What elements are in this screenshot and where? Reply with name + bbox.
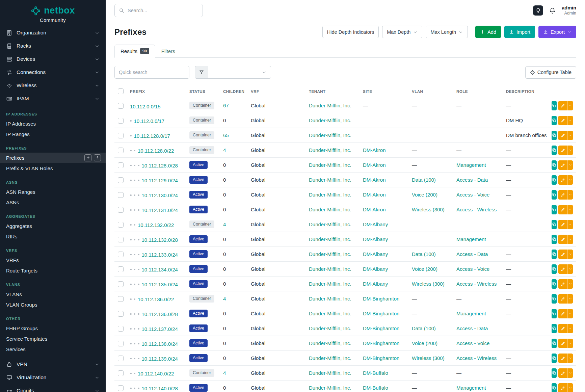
- copy-button[interactable]: [552, 235, 557, 244]
- prefix-link[interactable]: 10.112.128.0/22: [138, 148, 174, 154]
- row-checkbox[interactable]: [118, 222, 124, 228]
- prefix-link[interactable]: 10.112.138.0/24: [142, 341, 178, 347]
- prefix-link[interactable]: 10.112.0.0/15: [130, 104, 161, 109]
- children-link[interactable]: 4: [223, 147, 226, 153]
- prefix-link[interactable]: 10.112.132.0/22: [138, 222, 174, 228]
- sidebar-item-prefixes[interactable]: Prefixes: [0, 153, 106, 163]
- copy-button[interactable]: [552, 116, 557, 125]
- prefix-link[interactable]: 10.112.128.0/17: [134, 133, 170, 139]
- edit-button[interactable]: [558, 235, 567, 244]
- edit-dropdown-caret[interactable]: [567, 220, 573, 229]
- edit-button[interactable]: [558, 383, 567, 392]
- tenant-link[interactable]: Dunder-Mifflin, Inc.: [309, 117, 351, 123]
- role-link[interactable]: Management: [456, 311, 486, 316]
- row-checkbox[interactable]: [118, 311, 124, 317]
- row-checkbox[interactable]: [118, 281, 124, 287]
- site-link[interactable]: DM-Akron: [363, 192, 386, 198]
- site-link[interactable]: DM-Albany: [363, 221, 388, 227]
- edit-dropdown-caret[interactable]: [567, 339, 573, 348]
- prefix-link[interactable]: 10.112.131.0/24: [142, 207, 178, 213]
- edit-dropdown-caret[interactable]: [567, 175, 573, 185]
- role-link[interactable]: Access - Voice: [456, 266, 489, 272]
- quick-import-button[interactable]: [94, 154, 101, 161]
- row-checkbox[interactable]: [118, 103, 124, 109]
- copy-button[interactable]: [552, 383, 557, 392]
- tenant-link[interactable]: Dunder-Mifflin, Inc.: [309, 385, 351, 391]
- copy-button[interactable]: [552, 294, 557, 304]
- role-link[interactable]: Management: [456, 162, 486, 168]
- site-link[interactable]: DM-Binghamton: [363, 311, 399, 316]
- hide-depth-indicators-button[interactable]: Hide Depth Indicators: [322, 26, 379, 38]
- sidebar-item-vlans[interactable]: VLANs: [0, 289, 106, 299]
- edit-button[interactable]: [558, 205, 567, 214]
- row-checkbox[interactable]: [118, 162, 124, 168]
- tenant-link[interactable]: Dunder-Mifflin, Inc.: [309, 103, 351, 108]
- site-link[interactable]: DM-Binghamton: [363, 340, 399, 346]
- import-button[interactable]: Import: [504, 26, 535, 38]
- vlan-link[interactable]: Data (100): [412, 177, 436, 183]
- children-link[interactable]: 4: [223, 370, 226, 376]
- tenant-link[interactable]: Dunder-Mifflin, Inc.: [309, 221, 351, 227]
- sidebar-item-fhrp-groups[interactable]: FHRP Groups: [0, 323, 106, 334]
- prefix-link[interactable]: 10.112.135.0/24: [142, 282, 178, 287]
- children-link[interactable]: 4: [223, 221, 226, 227]
- tenant-link[interactable]: Dunder-Mifflin, Inc.: [309, 340, 351, 346]
- sidebar-item-asn-ranges[interactable]: ASN Ranges: [0, 187, 106, 197]
- column-header-tenant[interactable]: Tenant: [305, 85, 360, 98]
- prefix-link[interactable]: 10.112.136.0/22: [138, 296, 174, 302]
- edit-dropdown-caret[interactable]: [567, 101, 573, 110]
- quick-search-input[interactable]: [114, 66, 189, 79]
- sidebar-item-asns[interactable]: ASNs: [0, 197, 106, 208]
- prefix-link[interactable]: 10.112.128.0/28: [142, 163, 178, 168]
- site-link[interactable]: DM-Akron: [363, 147, 386, 153]
- sidebar-item-circuits[interactable]: Circuits: [0, 384, 106, 392]
- copy-button[interactable]: [552, 339, 557, 348]
- row-checkbox[interactable]: [118, 207, 124, 213]
- copy-button[interactable]: [552, 354, 557, 363]
- role-link[interactable]: Access - Wireless: [456, 355, 497, 361]
- tenant-link[interactable]: Dunder-Mifflin, Inc.: [309, 192, 351, 198]
- tab-filters[interactable]: Filters: [155, 45, 181, 58]
- row-checkbox[interactable]: [118, 177, 124, 183]
- sidebar-item-organization[interactable]: Organization: [0, 26, 106, 40]
- sidebar-item-services[interactable]: Services: [0, 344, 106, 355]
- sidebar-item-route-targets[interactable]: Route Targets: [0, 265, 106, 276]
- column-header-role[interactable]: Role: [453, 85, 503, 98]
- column-header-status[interactable]: Status: [186, 85, 220, 98]
- site-link[interactable]: DM-Binghamton: [363, 325, 399, 331]
- prefix-link[interactable]: 10.112.139.0/24: [142, 356, 178, 362]
- role-link[interactable]: Management: [456, 385, 486, 391]
- site-link[interactable]: DM-Albany: [363, 281, 388, 287]
- copy-button[interactable]: [552, 264, 557, 274]
- row-checkbox[interactable]: [118, 133, 124, 138]
- role-link[interactable]: Management: [456, 236, 486, 242]
- row-checkbox[interactable]: [118, 266, 124, 272]
- prefix-link[interactable]: 10.112.140.0/28: [142, 386, 178, 391]
- select-all-checkbox[interactable]: [118, 88, 124, 94]
- column-header-site[interactable]: Site: [360, 85, 408, 98]
- tenant-link[interactable]: Dunder-Mifflin, Inc.: [309, 132, 351, 138]
- add-button[interactable]: Add: [475, 26, 501, 38]
- sidebar-item-wireless[interactable]: Wireless: [0, 79, 106, 92]
- edit-button[interactable]: [558, 368, 567, 378]
- edit-button[interactable]: [558, 339, 567, 348]
- edit-button[interactable]: [558, 264, 567, 274]
- edit-dropdown-caret[interactable]: [567, 324, 573, 333]
- copy-button[interactable]: [552, 101, 557, 110]
- tenant-link[interactable]: Dunder-Mifflin, Inc.: [309, 147, 351, 153]
- edit-button[interactable]: [558, 175, 567, 185]
- vlan-link[interactable]: Voice (200): [412, 192, 437, 198]
- sidebar-item-vlan-groups[interactable]: VLAN Groups: [0, 299, 106, 310]
- tenant-link[interactable]: Dunder-Mifflin, Inc.: [309, 281, 351, 287]
- copy-button[interactable]: [552, 279, 557, 289]
- edit-button[interactable]: [558, 101, 567, 110]
- sidebar-item-prefix-vlan-roles[interactable]: Prefix & VLAN Roles: [0, 163, 106, 174]
- edit-dropdown-caret[interactable]: [567, 383, 573, 392]
- theme-toggle-button[interactable]: [533, 5, 543, 16]
- tenant-link[interactable]: Dunder-Mifflin, Inc.: [309, 207, 351, 212]
- configure-table-button[interactable]: Configure Table: [525, 66, 576, 79]
- global-search-input[interactable]: [128, 8, 198, 13]
- edit-button[interactable]: [558, 146, 567, 155]
- edit-dropdown-caret[interactable]: [567, 146, 573, 155]
- edit-button[interactable]: [558, 250, 567, 259]
